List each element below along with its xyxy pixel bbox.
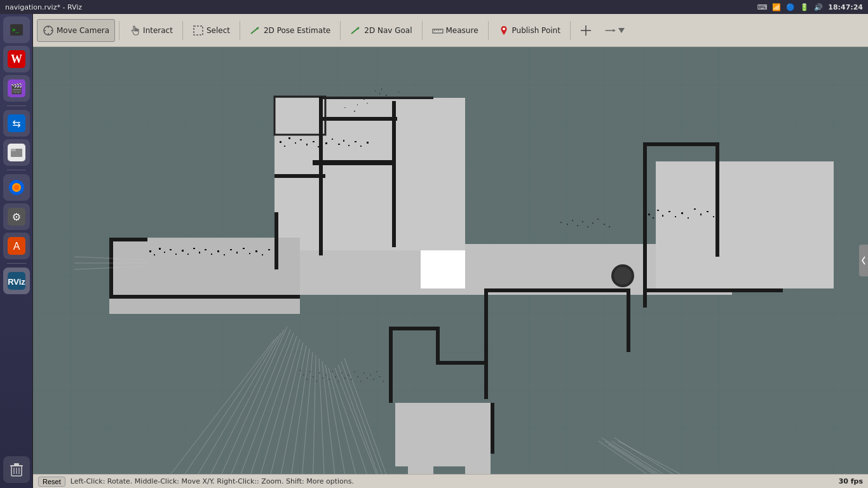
right-expand-handle[interactable] xyxy=(859,245,868,276)
svg-rect-147 xyxy=(713,216,714,217)
svg-line-73 xyxy=(262,342,303,474)
svg-rect-207 xyxy=(354,371,355,372)
toolbar-sep-6 xyxy=(488,21,489,40)
svg-rect-97 xyxy=(392,101,396,247)
svg-rect-200 xyxy=(332,371,333,372)
svg-rect-176 xyxy=(187,254,189,255)
svg-rect-157 xyxy=(577,225,578,226)
svg-rect-103 xyxy=(389,327,440,330)
dock-item-updater[interactable]: A xyxy=(3,233,30,259)
svg-rect-183 xyxy=(230,249,232,250)
svg-line-66 xyxy=(173,333,281,474)
select-button[interactable]: Select xyxy=(187,19,236,42)
svg-line-89 xyxy=(605,441,713,474)
network-icon: 📶 xyxy=(772,3,781,11)
svg-rect-211 xyxy=(367,377,368,379)
measure-icon xyxy=(432,25,444,36)
reset-button[interactable]: Reset xyxy=(38,477,65,487)
dock-item-firefox[interactable] xyxy=(3,174,30,201)
svg-line-93 xyxy=(618,441,738,474)
svg-rect-121 xyxy=(284,146,285,147)
dock-item-files[interactable] xyxy=(3,139,30,166)
crosshair-button[interactable] xyxy=(574,19,597,42)
svg-rect-210 xyxy=(363,372,365,374)
left-dock: >_ W 🎬 ⇆ xyxy=(0,14,33,488)
svg-rect-145 xyxy=(700,214,702,215)
svg-rect-154 xyxy=(560,222,562,223)
svg-line-81 xyxy=(329,368,363,474)
measure-button[interactable]: Measure xyxy=(426,19,484,42)
main-layout: >_ W 🎬 ⇆ xyxy=(0,14,868,488)
nav-goal-button[interactable]: 2D Nav Goal xyxy=(344,19,417,42)
svg-rect-159 xyxy=(587,226,588,227)
svg-rect-58 xyxy=(367,103,368,104)
svg-rect-118 xyxy=(109,295,300,299)
svg-line-69 xyxy=(211,330,290,474)
pose-estimate-button[interactable]: 2D Pose Estimate xyxy=(244,19,336,42)
view-style-button[interactable] xyxy=(599,19,630,42)
svg-rect-216 xyxy=(383,381,384,382)
system-bar: navigation.rviz* - RViz ⌨ 📶 🔵 🔋 🔊 18:47:… xyxy=(0,0,868,14)
svg-rect-105 xyxy=(436,361,487,365)
keyboard-icon: ⌨ xyxy=(757,3,767,11)
svg-rect-141 xyxy=(675,216,676,217)
dock-separator-3 xyxy=(7,263,26,264)
svg-line-67 xyxy=(186,330,284,474)
svg-rect-191 xyxy=(303,374,304,376)
svg-rect-204 xyxy=(344,377,346,379)
dock-item-rviz[interactable]: RViz xyxy=(3,268,30,294)
clock: 18:47:24 xyxy=(828,3,863,11)
svg-rect-195 xyxy=(316,381,317,382)
svg-line-75 xyxy=(287,349,309,474)
svg-rect-185 xyxy=(243,248,245,249)
bluetooth-icon: 🔵 xyxy=(786,3,795,11)
dock-item-wolfram[interactable]: W xyxy=(3,46,30,72)
interact-label: Interact xyxy=(143,26,173,35)
svg-rect-215 xyxy=(379,376,381,377)
svg-rect-214 xyxy=(376,371,377,372)
svg-rect-161 xyxy=(597,219,599,220)
dock-separator-1 xyxy=(7,105,26,106)
svg-rect-123 xyxy=(295,142,296,144)
svg-rect-49 xyxy=(325,98,427,149)
dock-item-media[interactable]: 🎬 xyxy=(3,75,30,102)
move-camera-button[interactable]: Move Camera xyxy=(37,19,115,42)
svg-rect-113 xyxy=(643,142,647,308)
svg-rect-98 xyxy=(313,160,395,165)
svg-rect-144 xyxy=(694,208,696,210)
svg-rect-194 xyxy=(313,376,314,377)
svg-rect-126 xyxy=(313,141,315,142)
svg-line-87 xyxy=(599,441,700,474)
dock-item-teamviewer[interactable]: ⇆ xyxy=(3,110,30,137)
viewport[interactable] xyxy=(33,47,868,474)
svg-text:>_: >_ xyxy=(12,27,19,33)
toolbar-sep-1 xyxy=(119,21,119,40)
svg-rect-136 xyxy=(648,214,650,215)
svg-rect-165 xyxy=(408,454,433,474)
interact-button[interactable]: Interact xyxy=(123,19,179,42)
svg-line-79 xyxy=(322,362,338,474)
svg-rect-10 xyxy=(11,149,16,151)
svg-rect-177 xyxy=(193,248,195,249)
svg-line-83 xyxy=(335,368,386,474)
pose-estimate-icon xyxy=(250,25,261,36)
svg-rect-205 xyxy=(348,374,349,376)
svg-line-65 xyxy=(160,336,278,474)
svg-text:⇆: ⇆ xyxy=(12,118,20,130)
svg-rect-193 xyxy=(309,371,311,372)
svg-rect-57 xyxy=(381,88,382,90)
publish-point-button[interactable]: Publish Point xyxy=(492,19,566,42)
dock-item-trash[interactable] xyxy=(3,456,30,483)
svg-rect-196 xyxy=(319,372,320,374)
svg-marker-46 xyxy=(618,28,625,33)
svg-rect-180 xyxy=(211,254,212,255)
svg-rect-101 xyxy=(275,212,278,269)
svg-rect-100 xyxy=(275,174,325,178)
system-tray: ⌨ 📶 🔵 🔋 🔊 18:47:24 xyxy=(757,3,863,11)
svg-line-78 xyxy=(319,358,325,474)
svg-rect-54 xyxy=(363,99,365,100)
dock-item-settings[interactable]: ⚙ xyxy=(3,203,30,230)
svg-line-70 xyxy=(224,333,294,474)
dock-item-terminal[interactable]: >_ xyxy=(3,17,30,43)
select-label: Select xyxy=(207,26,230,35)
